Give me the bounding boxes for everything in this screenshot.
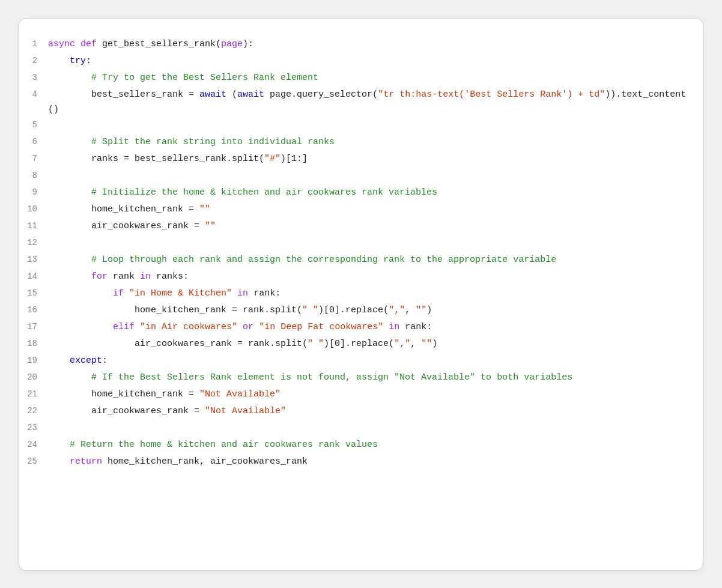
line-number: 6 (25, 135, 48, 150)
line-content: home_kitchen_rank = rank.split(" ")[0].r… (48, 303, 432, 318)
line-number: 15 (25, 286, 48, 301)
token (124, 288, 129, 299)
line-content: air_cookwares_rank = "" (48, 219, 216, 234)
token: "Not Available" (205, 406, 286, 416)
line-content: air_cookwares_rank = rank.split(" ")[0].… (48, 336, 437, 352)
token: "Not Available" (199, 389, 281, 399)
token: , (405, 305, 416, 315)
code-line: 19 except: (25, 353, 691, 370)
token: home_kitchen_rank = (48, 204, 199, 214)
code-line: 5 (25, 118, 691, 135)
token: best_sellers_rank = (48, 89, 199, 100)
token: rank (108, 271, 140, 282)
line-content (48, 118, 53, 133)
line-content: elif "in Air cookwares" or "in Deep Fat … (48, 320, 432, 335)
token: air_cookwares_rank = (48, 221, 205, 231)
code-line: 12 (25, 235, 691, 252)
code-line: 3 # Try to get the Best Sellers Rank ele… (25, 70, 691, 87)
line-content: try: (48, 53, 91, 69)
code-line: 21 home_kitchen_rank = "Not Available" (25, 387, 691, 404)
line-content: home_kitchen_rank = "Not Available" (48, 387, 281, 402)
line-number: 13 (25, 252, 48, 267)
token: except (70, 356, 102, 366)
token (48, 187, 91, 198)
token: ( (226, 89, 237, 100)
line-number: 16 (25, 303, 48, 318)
token: home_kitchen_rank, air_cookwares_rank (102, 456, 308, 467)
line-number: 5 (25, 118, 48, 133)
line-number: 14 (25, 269, 48, 284)
line-number: 11 (25, 219, 48, 234)
token (75, 39, 80, 49)
token: )[1:] (281, 154, 308, 164)
line-content: except: (48, 353, 108, 369)
line-number: 20 (25, 370, 48, 385)
line-content: home_kitchen_rank = "" (48, 202, 210, 217)
token: # If the Best Sellers Rank element is no… (91, 372, 572, 383)
token: rank: (399, 322, 432, 332)
line-number: 8 (25, 168, 48, 183)
code-line: 25 return home_kitchen_rank, air_cookwar… (25, 454, 691, 471)
line-content (48, 168, 53, 184)
token: page.query_selector( (264, 89, 378, 100)
token: # Return the home & kitchen and air cook… (70, 440, 378, 450)
token: in (237, 288, 248, 299)
code-line: 17 elif "in Air cookwares" or "in Deep F… (25, 320, 691, 336)
token: "" (421, 339, 432, 349)
token: )[0].replace( (324, 339, 394, 349)
token: air_cookwares_rank = rank.split( (48, 339, 308, 349)
code-line: 4 best_sellers_rank = await (await page.… (25, 87, 691, 118)
token: # Try to get the Best Sellers Rank eleme… (91, 73, 318, 83)
line-content: if "in Home & Kitchen" in rank: (48, 286, 281, 302)
code-line: 1async def get_best_sellers_rank(page): (25, 37, 691, 53)
code-line: 8 (25, 168, 691, 185)
token: # Initialize the home & kitchen and air … (91, 187, 437, 198)
line-content: # Split the rank string into individual … (48, 135, 335, 150)
token: home_kitchen_rank = rank.split( (48, 305, 302, 315)
token: : (102, 356, 108, 366)
line-number: 21 (25, 387, 48, 402)
token (253, 322, 259, 332)
token: "" (205, 221, 216, 231)
token (48, 73, 91, 83)
token (237, 322, 243, 332)
code-line: 22 air_cookwares_rank = "Not Available" (25, 404, 691, 420)
token: or (243, 322, 253, 332)
token: # Loop through each rank and assign the … (91, 255, 556, 265)
line-number: 12 (25, 235, 48, 250)
token: "in Air cookwares" (140, 322, 237, 332)
token: air_cookwares_rank = (48, 406, 205, 416)
line-content: air_cookwares_rank = "Not Available" (48, 404, 286, 419)
line-content: # Loop through each rank and assign the … (48, 252, 556, 268)
line-number: 1 (25, 37, 48, 52)
token: rank: (248, 288, 281, 299)
token: in (140, 271, 151, 282)
token: "," (389, 305, 405, 315)
token: "," (394, 339, 410, 349)
code-line: 18 air_cookwares_rank = rank.split(" ")[… (25, 336, 691, 353)
token: , (410, 339, 421, 349)
token: "in Deep Fat cookwares" (259, 322, 383, 332)
line-number: 25 (25, 454, 48, 469)
code-line: 11 air_cookwares_rank = "" (25, 219, 691, 235)
code-editor: 1async def get_best_sellers_rank(page):2… (19, 18, 703, 571)
code-line: 23 (25, 420, 691, 437)
token: "" (199, 204, 210, 214)
token: ranks: (151, 271, 189, 282)
token (48, 271, 91, 282)
token (48, 440, 70, 450)
line-content: # Initialize the home & kitchen and air … (48, 185, 437, 201)
line-number: 18 (25, 336, 48, 351)
token: # Split the rank string into individual … (91, 137, 335, 147)
token: in (389, 322, 399, 332)
token: try (70, 56, 86, 66)
line-number: 24 (25, 437, 48, 452)
token: "" (416, 305, 426, 315)
token: for (91, 271, 108, 282)
token: if (113, 288, 124, 299)
line-content: return home_kitchen_rank, air_cookwares_… (48, 454, 308, 470)
code-line: 2 try: (25, 53, 691, 70)
code-line: 24 # Return the home & kitchen and air c… (25, 437, 691, 454)
line-number: 10 (25, 202, 48, 217)
token: home_kitchen_rank = (48, 389, 199, 399)
